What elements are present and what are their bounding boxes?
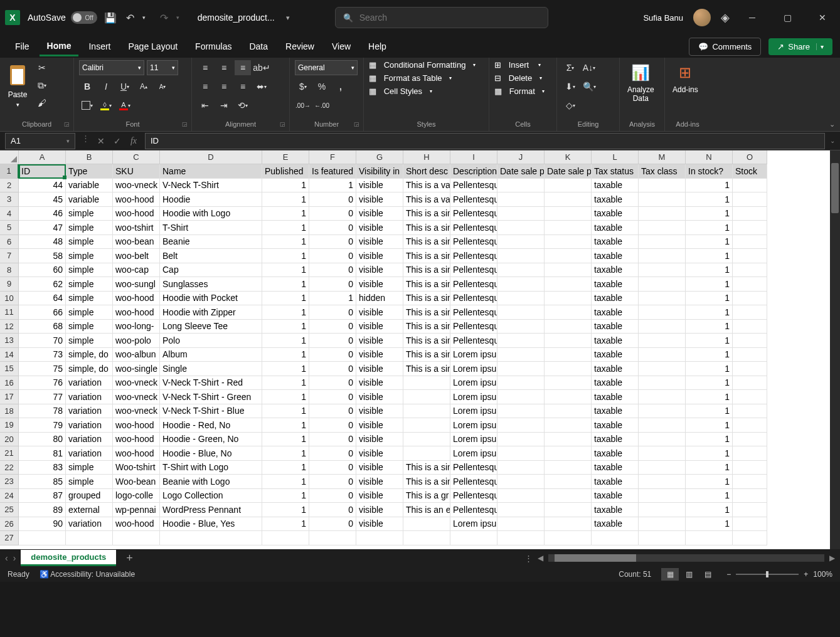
cell[interactable]: 1: [262, 263, 309, 278]
cancel-formula-button[interactable]: ✕: [93, 134, 109, 149]
cell[interactable]: Pellentesque habitant morbi trist: [450, 305, 497, 320]
cell[interactable]: visible: [356, 390, 403, 404]
cell[interactable]: Hoodie - Blue, Yes: [160, 517, 262, 532]
cell[interactable]: 1: [262, 292, 309, 306]
column-header-N[interactable]: N: [686, 150, 733, 164]
cell[interactable]: visible: [356, 376, 403, 391]
cell[interactable]: [545, 235, 592, 250]
analyze-data-button[interactable]: 📊 Analyze Data: [625, 60, 657, 106]
cell[interactable]: 1: [686, 192, 733, 207]
cell[interactable]: Lorem ipsum dolor sit amet, con: [450, 404, 497, 419]
cell[interactable]: Pellentesque habitant morbi trist: [450, 263, 497, 278]
cell[interactable]: simple: [66, 292, 113, 306]
cell[interactable]: taxable: [592, 446, 639, 461]
cell[interactable]: 81: [19, 446, 66, 461]
row-header-1[interactable]: 1: [0, 164, 19, 179]
cell[interactable]: simple: [66, 277, 113, 292]
cell[interactable]: 1: [686, 362, 733, 376]
cell[interactable]: [639, 221, 686, 235]
cell[interactable]: [545, 461, 592, 475]
cell[interactable]: woo-vneck: [113, 404, 160, 419]
cell[interactable]: woo-single: [113, 362, 160, 376]
view-page-layout-button[interactable]: ▥: [680, 568, 698, 581]
paste-button[interactable]: Paste ▾: [5, 60, 30, 110]
cell[interactable]: [545, 263, 592, 278]
cell[interactable]: 62: [19, 277, 66, 292]
column-header-F[interactable]: F: [309, 150, 356, 164]
cell[interactable]: [639, 418, 686, 433]
cell[interactable]: 1: [262, 503, 309, 517]
cell[interactable]: taxable: [592, 249, 639, 263]
cell[interactable]: [545, 348, 592, 362]
cell[interactable]: 87: [19, 489, 66, 503]
cell[interactable]: 1: [686, 179, 733, 193]
cell[interactable]: 1: [686, 235, 733, 250]
cell[interactable]: Visibility in: [356, 164, 403, 179]
cell[interactable]: [497, 249, 545, 263]
cell[interactable]: 64: [19, 292, 66, 306]
cell[interactable]: Cap: [160, 263, 262, 278]
cell[interactable]: 1: [686, 390, 733, 404]
font-size-combo[interactable]: 11▾: [147, 60, 178, 75]
cell[interactable]: 0: [309, 207, 356, 221]
cell[interactable]: [497, 475, 545, 489]
cell[interactable]: 0: [309, 418, 356, 433]
cell[interactable]: [639, 320, 686, 334]
cell[interactable]: 90: [19, 517, 66, 532]
cell[interactable]: 0: [309, 305, 356, 320]
cell[interactable]: [545, 489, 592, 503]
cell[interactable]: 1: [262, 517, 309, 532]
cell[interactable]: visible: [356, 221, 403, 235]
cell[interactable]: [592, 531, 639, 545]
tab-insert[interactable]: Insert: [81, 38, 118, 55]
cell[interactable]: V-Neck T-Shirt - Red: [160, 376, 262, 391]
cell[interactable]: woo-hood: [113, 418, 160, 433]
cell[interactable]: This is a sim: [403, 305, 450, 320]
cell[interactable]: visible: [356, 192, 403, 207]
tab-help[interactable]: Help: [361, 38, 394, 55]
conditional-formatting-button[interactable]: ▦ Conditional Formatting ▾: [369, 60, 476, 70]
cell[interactable]: woo-sungl: [113, 277, 160, 292]
scroll-right-icon[interactable]: ▶: [829, 554, 835, 562]
cell[interactable]: 1: [262, 418, 309, 433]
cell[interactable]: [733, 517, 767, 532]
cell[interactable]: Single: [160, 362, 262, 376]
cell[interactable]: Pellentesque habitant morbi trist: [450, 235, 497, 250]
cell[interactable]: Hoodie - Red, No: [160, 418, 262, 433]
row-header-10[interactable]: 10: [0, 292, 19, 306]
cell[interactable]: simple: [66, 235, 113, 250]
format-as-table-button[interactable]: ▦ Format as Table ▾: [369, 73, 476, 83]
format-cells-button[interactable]: ▦ Format ▾: [494, 87, 545, 96]
cell[interactable]: [733, 334, 767, 348]
cell[interactable]: [639, 192, 686, 207]
cell[interactable]: Logo Collection: [160, 489, 262, 503]
cell[interactable]: [733, 235, 767, 250]
row-header-3[interactable]: 3: [0, 192, 19, 207]
cell[interactable]: [403, 433, 450, 447]
cell[interactable]: 1: [309, 292, 356, 306]
cell[interactable]: [497, 207, 545, 221]
column-header-G[interactable]: G: [356, 150, 403, 164]
cell[interactable]: woo-hood: [113, 305, 160, 320]
cell[interactable]: Pellentesque habitant morbi trist: [450, 503, 497, 517]
cell[interactable]: Lorem ipsum dolor sit amet, con: [450, 362, 497, 376]
cell[interactable]: taxable: [592, 348, 639, 362]
cell[interactable]: [733, 207, 767, 221]
horizontal-scrollbar[interactable]: [548, 554, 824, 562]
cell[interactable]: 0: [309, 390, 356, 404]
cell[interactable]: 46: [19, 207, 66, 221]
find-button[interactable]: 🔍▾: [581, 79, 597, 94]
cell[interactable]: 1: [262, 320, 309, 334]
cell[interactable]: Published: [262, 164, 309, 179]
font-color-button[interactable]: A▾: [117, 98, 133, 113]
cell[interactable]: 0: [309, 221, 356, 235]
number-dialog-icon[interactable]: ◲: [354, 121, 359, 127]
increase-indent-button[interactable]: ⇥: [216, 98, 232, 113]
column-header-L[interactable]: L: [592, 150, 639, 164]
cell[interactable]: Short desc: [403, 164, 450, 179]
cell[interactable]: variable: [66, 179, 113, 193]
format-painter-icon[interactable]: 🖌: [34, 95, 50, 110]
cell[interactable]: Pellentesque habitant morbi trist: [450, 489, 497, 503]
column-header-I[interactable]: I: [450, 150, 497, 164]
cell[interactable]: [733, 531, 767, 545]
